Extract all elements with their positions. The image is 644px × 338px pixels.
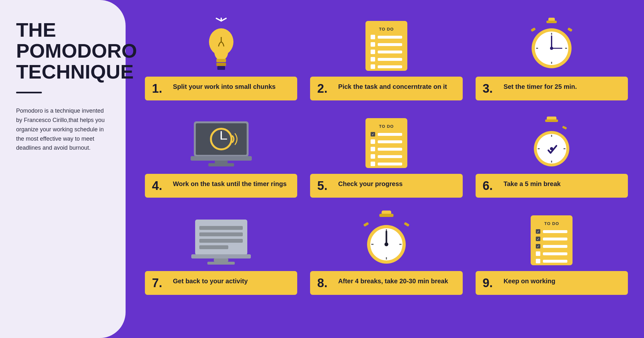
step-9-number: 9. — [483, 277, 500, 289]
svg-rect-44 — [191, 254, 251, 258]
todo-label-2: TO DO — [371, 27, 402, 32]
svg-rect-31 — [562, 126, 567, 129]
svg-line-1 — [216, 18, 221, 21]
lightbulb-icon — [205, 18, 237, 71]
svg-rect-41 — [199, 232, 243, 236]
svg-rect-46 — [207, 262, 235, 265]
step-7-text: Get back to your activity — [173, 277, 248, 286]
svg-rect-11 — [567, 27, 573, 32]
step-2-label: 2. Pick the task and concerntrate on it — [310, 77, 462, 100]
svg-rect-28 — [208, 163, 234, 166]
svg-rect-50 — [404, 222, 410, 227]
svg-rect-7 — [217, 66, 225, 70]
svg-rect-27 — [215, 161, 228, 163]
svg-rect-42 — [199, 239, 243, 243]
stopwatch-simple-icon — [527, 115, 576, 168]
step-3-text: Set the timer for 25 min. — [504, 82, 577, 91]
todo-label-5: TO DO — [371, 124, 402, 129]
step-4-icon-area — [191, 110, 252, 168]
svg-rect-43 — [199, 245, 228, 249]
stopwatch-full-icon — [526, 16, 577, 71]
svg-rect-48 — [379, 214, 393, 217]
svg-rect-6 — [216, 63, 226, 66]
main-title: THE POMODORO TECHNIQUE — [16, 19, 109, 82]
step-5-number: 5. — [317, 180, 335, 192]
step-5-icon-area: TO DO ✓ — [365, 110, 407, 168]
step-1-text: Split your work into small chunks — [173, 82, 276, 91]
svg-rect-5 — [216, 59, 226, 62]
svg-rect-10 — [531, 27, 536, 32]
step-4-text: Work on the task until the timer rings — [173, 180, 287, 188]
step-5-text: Check your progress — [338, 180, 402, 188]
steps-grid: 1. Split your work into small chunks TO … — [145, 13, 628, 295]
svg-point-20 — [550, 47, 553, 50]
step-8-text: After 4 breaks, take 20-30 min break — [338, 277, 448, 286]
step-8-icon-area — [359, 207, 414, 265]
svg-rect-9 — [546, 21, 557, 23]
step-4-label: 4. Work on the task until the timer ring… — [145, 174, 297, 198]
laptop-icon — [191, 118, 252, 168]
step-3-icon-area — [526, 13, 577, 71]
step-3-label: 3. Set the timer for 25 min. — [476, 77, 628, 100]
step-4-number: 4. — [152, 180, 170, 192]
step-3: 3. Set the timer for 25 min. — [476, 13, 628, 100]
step-1: 1. Split your work into small chunks — [145, 13, 297, 100]
svg-rect-26 — [191, 156, 252, 161]
step-2-icon-area: TO DO — [365, 13, 407, 71]
step-6-icon-area — [527, 110, 576, 168]
step-5-label: 5. Check your progress — [310, 174, 462, 198]
svg-rect-45 — [214, 258, 228, 262]
step-8-number: 8. — [317, 277, 335, 289]
step-5: TO DO ✓ 5. Check your progress — [310, 110, 462, 198]
svg-rect-49 — [363, 222, 369, 227]
step-6-number: 6. — [483, 180, 500, 192]
step-6-label: 6. Take a 5 min break — [476, 174, 628, 198]
step-1-number: 1. — [152, 82, 170, 95]
left-panel: THE POMODORO TECHNIQUE Pomodoro is a tec… — [0, 0, 126, 338]
step-2-number: 2. — [317, 82, 335, 95]
step-3-number: 3. — [483, 82, 500, 95]
svg-rect-39 — [195, 220, 247, 255]
todo-plain-icon: TO DO — [365, 21, 407, 71]
step-6-text: Take a 5 min break — [504, 180, 561, 188]
todo-label-9: TO DO — [536, 221, 567, 226]
todo-one-check-icon: TO DO ✓ — [365, 118, 407, 168]
step-4: 4. Work on the task until the timer ring… — [145, 110, 297, 198]
step-9-label: 9. Keep on working — [476, 271, 628, 295]
document-icon — [191, 217, 251, 265]
step-8: 8. After 4 breaks, take 20-30 min break — [310, 207, 462, 295]
description: Pomodoro is a technique invented by Fran… — [16, 106, 109, 153]
step-2: TO DO 2. Pick the task and concerntrate … — [310, 13, 462, 100]
svg-point-58 — [384, 242, 388, 246]
svg-rect-30 — [545, 119, 558, 122]
step-1-icon-area — [205, 13, 237, 71]
step-7-label: 7. Get back to your activity — [145, 271, 297, 295]
step-2-text: Pick the task and concerntrate on it — [338, 82, 447, 91]
step-8-label: 8. After 4 breaks, take 20-30 min break — [310, 271, 462, 295]
step-9: TO DO ✓ ✓ ✓ — [476, 207, 628, 295]
step-7-number: 7. — [152, 277, 170, 289]
todo-multi-check-icon: TO DO ✓ ✓ ✓ — [531, 215, 573, 265]
step-9-icon-area: TO DO ✓ ✓ ✓ — [531, 207, 573, 265]
step-9-text: Keep on working — [504, 277, 555, 286]
step-7: 7. Get back to your activity — [145, 207, 297, 295]
step-6: 6. Take a 5 min break — [476, 110, 628, 198]
step-1-label: 1. Split your work into small chunks — [145, 77, 297, 100]
svg-line-2 — [221, 18, 226, 21]
divider — [16, 92, 42, 93]
svg-point-38 — [550, 147, 553, 150]
right-content: 1. Split your work into small chunks TO … — [126, 0, 644, 338]
svg-rect-40 — [199, 226, 243, 230]
stopwatch-big-icon — [359, 209, 414, 265]
step-7-icon-area — [191, 207, 251, 265]
